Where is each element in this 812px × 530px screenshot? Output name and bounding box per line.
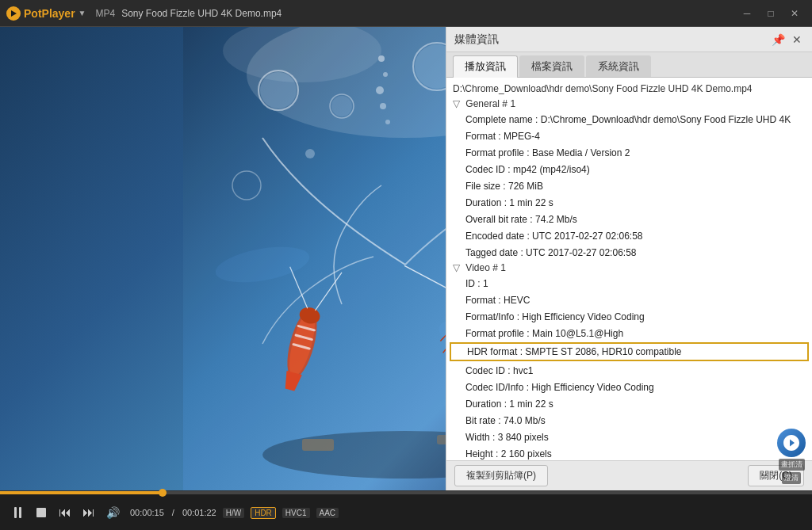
general-item: Encoded date : UTC 2017-02-27 02:06:58 — [446, 227, 812, 244]
stop-button[interactable] — [32, 503, 51, 522]
video-item: ID : 1 — [446, 275, 812, 292]
general-item: Format profile : Base Media / Version 2 — [446, 144, 812, 161]
minimize-button[interactable]: ─ — [736, 5, 758, 22]
general-item: Tagged date : UTC 2017-02-27 02:06:58 — [446, 244, 812, 261]
hw-badge: H/W — [223, 508, 244, 518]
logo-icon — [6, 6, 21, 21]
filepath-section: D:\Chrome_Download\hdr demo\Sony Food Fi… — [446, 81, 812, 97]
general-section: ▽ General # 1 Complete name : D:\Chrome_… — [446, 97, 812, 261]
time-current: 00:00:15 — [130, 508, 164, 517]
watermark-text-line2: 澄清 — [782, 472, 801, 484]
maximize-button[interactable]: □ — [760, 5, 782, 22]
watermark-text-line1: 畫抓清 — [779, 459, 805, 471]
dropdown-icon[interactable]: ▼ — [79, 9, 86, 17]
video-title: Video # 1 — [465, 262, 506, 273]
panel-footer: 複製到剪貼簿(P) 關閉(C) — [446, 460, 812, 490]
video-item: Codec ID : hvc1 — [446, 362, 812, 379]
prev-button[interactable]: ⏮ — [56, 503, 75, 522]
copy-button[interactable]: 複製到剪貼簿(P) — [454, 465, 548, 486]
video-items: ID : 1Format : HEVCFormat/Info : High Ef… — [446, 275, 812, 460]
collapse-icon[interactable]: ▽ — [453, 98, 460, 109]
video-section: ▽ Video # 1 ID : 1Format : HEVCFormat/In… — [446, 261, 812, 460]
panel-title: 媒體資訊 — [454, 32, 499, 47]
video-item: Duration : 1 min 22 s — [446, 395, 812, 412]
tab-bar: 播放資訊 檔案資訊 系統資訊 — [446, 52, 812, 78]
panel-controls: 📌 ✕ — [771, 32, 804, 47]
file-path: D:\Chrome_Download\hdr demo\Sony Food Fi… — [446, 81, 812, 97]
general-item: Format : MPEG-4 — [446, 128, 812, 144]
video-item: Format/Info : High Efficiency Video Codi… — [446, 308, 812, 325]
tab-system[interactable]: 系統資訊 — [586, 55, 651, 77]
aac-badge: AAC — [316, 508, 339, 518]
control-row: ⏮ ⏭ 🔊 00:00:15 / 00:01:22 H/W HDR HVC1 A… — [0, 495, 812, 530]
video-header: ▽ Video # 1 — [446, 261, 812, 275]
app-name: PotPlayer — [24, 7, 75, 20]
pause-button[interactable] — [8, 503, 27, 522]
hdr-badge: HDR — [251, 507, 276, 519]
close-button[interactable]: ✕ — [783, 5, 806, 22]
video-item: Format : HEVC — [446, 292, 812, 308]
hdr-format-item: HDR format : SMPTE ST 2086, HDR10 compat… — [450, 342, 809, 361]
video-item: Format profile : Main 10@L5.1@High — [446, 325, 812, 341]
svg-marker-0 — [11, 10, 17, 17]
general-item: Codec ID : mp42 (mp42/iso4) — [446, 161, 812, 177]
progress-thumb[interactable] — [159, 489, 167, 497]
progress-fill — [0, 491, 163, 494]
media-info-panel: 媒體資訊 📌 ✕ 播放資訊 檔案資訊 系統資訊 D:\Chrome_Downlo… — [446, 27, 812, 490]
tab-playback[interactable]: 播放資訊 — [453, 55, 518, 78]
video-item: Height : 2 160 pixels — [446, 445, 812, 460]
panel-close-button[interactable]: ✕ — [790, 32, 804, 47]
tab-file[interactable]: 檔案資訊 — [519, 55, 584, 77]
general-item: Overall bit rate : 74.2 Mb/s — [446, 211, 812, 227]
progress-bar[interactable] — [0, 491, 812, 494]
time-total: 00:01:22 — [182, 508, 216, 517]
title-bar: PotPlayer ▼ MP4 Sony Food Fizzle UHD 4K … — [0, 0, 812, 27]
app-logo: PotPlayer ▼ — [6, 6, 86, 21]
panel-pin-button[interactable]: 📌 — [771, 32, 785, 47]
collapse-icon-video[interactable]: ▽ — [453, 262, 460, 273]
general-title: General # 1 — [465, 98, 515, 109]
video-item: Bit rate : 74.0 Mb/s — [446, 412, 812, 429]
video-item: Width : 3 840 pixels — [446, 429, 812, 445]
watermark: 畫抓清 澄清 — [777, 429, 806, 484]
volume-button[interactable]: 🔊 — [103, 503, 122, 522]
window-controls: ─ □ ✕ — [736, 5, 806, 22]
format-badge: MP4 — [96, 8, 116, 19]
general-items: Complete name : D:\Chrome_Download\hdr d… — [446, 111, 812, 261]
general-header: ▽ General # 1 — [446, 97, 812, 111]
video-item: Codec ID/Info : High Efficiency Video Co… — [446, 379, 812, 395]
next-button[interactable]: ⏭ — [79, 503, 98, 522]
general-item: Complete name : D:\Chrome_Download\hdr d… — [446, 111, 812, 128]
watermark-icon — [777, 429, 806, 457]
info-content[interactable]: D:\Chrome_Download\hdr demo\Sony Food Fi… — [446, 78, 812, 460]
window-filename: Sony Food Fizzle UHD 4K Demo.mp4 — [121, 8, 730, 19]
general-item: Duration : 1 min 22 s — [446, 194, 812, 211]
general-item: File size : 726 MiB — [446, 177, 812, 194]
panel-title-bar: 媒體資訊 📌 ✕ — [446, 27, 812, 52]
hvc1-badge: HVC1 — [282, 508, 310, 518]
time-separator: / — [172, 508, 174, 517]
playback-controls: ⏮ ⏭ 🔊 00:00:15 / 00:01:22 H/W HDR HVC1 A… — [0, 490, 812, 530]
